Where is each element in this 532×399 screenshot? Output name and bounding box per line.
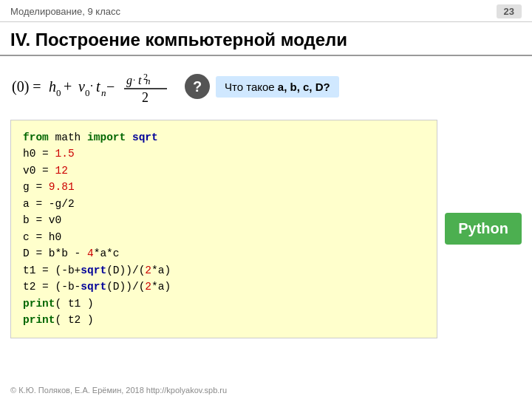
- page-number: 23: [497, 4, 522, 18]
- kw-import: import: [87, 132, 126, 143]
- fn-sqrt-t2: sqrt: [81, 281, 106, 293]
- val-2t2: 2: [145, 281, 151, 293]
- svg-text:(0) =: (0) =: [12, 78, 41, 95]
- code-wrapper: from math import sqrt h0 = 1.5 v0 = 12 g…: [10, 120, 522, 338]
- question-symbol: ?: [193, 78, 202, 95]
- title-section: IV. Построение компьютерной модели: [0, 22, 532, 56]
- svg-text:0: 0: [56, 87, 61, 98]
- svg-text:n: n: [146, 75, 151, 86]
- val-2a: 2: [68, 198, 75, 210]
- svg-text:v: v: [78, 78, 85, 95]
- svg-text:g: g: [126, 74, 132, 87]
- code-line-8: D = b*b - 4*a*c: [23, 245, 425, 262]
- question-box: ? Что такое a, b, c, D?: [185, 74, 339, 99]
- svg-text:+: +: [64, 78, 72, 95]
- question-circle: ?: [185, 74, 210, 99]
- header: Моделирование, 9 класс 23: [0, 0, 532, 22]
- svg-text:−: −: [106, 78, 115, 95]
- svg-text:t: t: [138, 74, 142, 86]
- code-line-10: t2 = (-b-sqrt(D))/(2*a): [23, 279, 425, 295]
- page-title: IV. Построение компьютерной модели: [10, 30, 347, 50]
- question-text-label: Что такое a, b, c, D?: [216, 76, 339, 98]
- val-v0: 12: [55, 165, 68, 177]
- main-content: (0) = h 0 + v 0 · t n − g · t: [0, 56, 532, 346]
- subject-label: Моделирование, 9 класс: [10, 6, 120, 17]
- svg-text:·: ·: [90, 80, 93, 92]
- fn-sqrt-t1: sqrt: [81, 265, 106, 276]
- code-line-2: h0 = 1.5: [23, 146, 425, 162]
- kw-print1: print: [23, 298, 55, 310]
- val-g: 9.81: [49, 181, 75, 193]
- val-4: 4: [87, 248, 94, 259]
- svg-text:h: h: [49, 78, 56, 95]
- code-line-9: t1 = (-b+sqrt(D))/(2*a): [23, 262, 425, 279]
- svg-text:n: n: [101, 87, 106, 98]
- question-plain-text: Что такое: [225, 81, 278, 93]
- val-h0: 1.5: [55, 148, 75, 160]
- formula-row: (0) = h 0 + v 0 · t n − g · t: [10, 64, 522, 109]
- kw-print2: print: [23, 314, 55, 326]
- svg-text:·: ·: [133, 74, 135, 85]
- code-line-5: a = -g/2: [23, 196, 425, 212]
- code-line-1: from math import sqrt: [23, 129, 425, 146]
- code-line-4: g = 9.81: [23, 179, 425, 195]
- footer: © К.Ю. Поляков, Е.А. Ерёмин, 2018 http:/…: [10, 386, 227, 395]
- code-box: from math import sqrt h0 = 1.5 v0 = 12 g…: [10, 120, 437, 338]
- svg-text:0: 0: [85, 87, 90, 98]
- formula-container: (0) = h 0 + v 0 · t n − g · t: [10, 64, 173, 109]
- python-badge: Python: [445, 213, 522, 245]
- formula-svg: (0) = h 0 + v 0 · t n − g · t: [10, 64, 173, 106]
- code-line-7: c = h0: [23, 229, 425, 245]
- question-bold-text: a, b, c, D?: [278, 81, 330, 93]
- kw-from: from: [23, 132, 49, 143]
- svg-text:2: 2: [142, 90, 149, 105]
- code-line-3: v0 = 12: [23, 163, 425, 179]
- code-line-11: print( t1 ): [23, 296, 425, 312]
- svg-text:t: t: [96, 78, 100, 95]
- fn-sqrt: sqrt: [132, 132, 158, 143]
- val-2t1: 2: [145, 265, 151, 276]
- code-line-12: print( t2 ): [23, 312, 425, 328]
- code-line-6: b = v0: [23, 212, 425, 228]
